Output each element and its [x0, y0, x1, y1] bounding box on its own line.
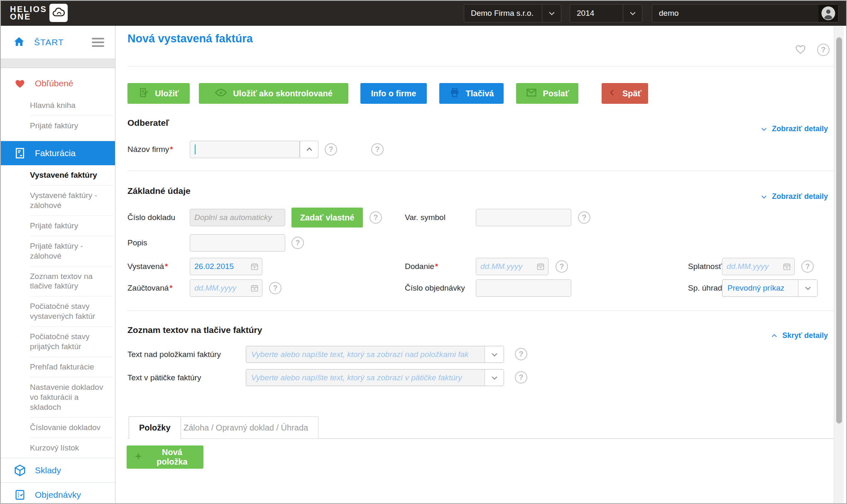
chevron-up-icon [305, 145, 313, 154]
due-date-input[interactable] [727, 262, 783, 271]
company-name-input[interactable] [190, 141, 300, 158]
sidebar-item-received-invoices[interactable]: Prijaté faktúry [30, 115, 113, 136]
user-avatar-icon[interactable] [818, 5, 838, 22]
texts-section-heading: Zoznam textov na tlačive faktúry [127, 325, 262, 335]
sidebar-item-invoice-print-texts[interactable]: Zoznam textov na tlačive faktúry [30, 266, 113, 296]
chevron-down-icon[interactable] [623, 5, 642, 22]
sidebar-item-initial-states-issued[interactable]: Počiatočné stavy vystavených faktúr [30, 296, 113, 326]
help-icon[interactable]: ? [515, 371, 527, 384]
sidebar-item-issued-invoices[interactable]: Vystavené faktúry [30, 165, 113, 185]
scrollbar-track[interactable] [834, 26, 844, 503]
favorite-heart-icon[interactable] [795, 43, 806, 56]
menu-icon[interactable] [92, 38, 104, 47]
sidebar-item-orders[interactable]: Objednávky [1, 483, 115, 503]
company-select[interactable]: Demo Firma s.r.o. [464, 4, 561, 22]
text-above-items-combo[interactable] [246, 346, 504, 363]
cloud-logo-icon [49, 4, 68, 22]
due-date-field[interactable] [722, 258, 795, 275]
print-forms-button[interactable]: Tlačivá [439, 83, 504, 104]
scrollbar-thumb[interactable] [836, 37, 842, 423]
sidebar-item-label: Fakturácia [35, 148, 76, 158]
sidebar-item-invoicing[interactable]: Fakturácia [1, 141, 115, 165]
text-above-items-input[interactable] [246, 346, 485, 362]
help-icon[interactable]: ? [801, 260, 814, 273]
calendar-icon[interactable] [250, 284, 259, 292]
save-as-checked-button[interactable]: Uložiť ako skontrolované [199, 83, 348, 104]
user-menu[interactable]: demo [652, 4, 839, 22]
company-name-expand-button[interactable] [300, 141, 318, 158]
tab-advance-correction-payment[interactable]: Záloha / Opravný doklad / Úhrada [173, 416, 318, 439]
help-icon[interactable]: ? [817, 44, 830, 56]
sidebar-item-received-invoices-advance[interactable]: Prijaté faktúry - zálohové [30, 236, 113, 266]
chevron-down-icon[interactable] [798, 280, 817, 296]
document-icon [13, 147, 27, 159]
delivery-date-input[interactable] [480, 262, 536, 271]
chevron-down-icon[interactable] [542, 5, 561, 22]
issued-label: Vystavená* [127, 258, 168, 275]
chevron-down-icon[interactable] [485, 369, 504, 386]
year-select-value: 2014 [570, 9, 623, 18]
doc-number-field [190, 209, 285, 226]
description-label: Popis [127, 234, 147, 252]
sidebar-item-document-settings[interactable]: Nastavenie dokladov vo fakturácii a skla… [30, 377, 113, 417]
sidebar-item-issued-invoices-advance[interactable]: Vystavené faktúry - zálohové [30, 185, 113, 215]
page-title: Nová vystavená faktúra [127, 32, 253, 45]
sidebar-item-favorites[interactable]: Obľúbené [1, 71, 115, 95]
tab-items[interactable]: Položky [129, 416, 181, 439]
new-item-button[interactable]: Nová položka [127, 445, 203, 469]
sidebar-item-label: Objednávky [35, 490, 81, 500]
posted-date-input[interactable] [194, 284, 250, 293]
main-content: Nová vystavená faktúra ? Uložiť Uložiť a… [115, 26, 846, 503]
calendar-icon[interactable] [250, 262, 259, 271]
delivery-date-field[interactable] [476, 258, 548, 275]
customer-show-details-link[interactable]: Zobraziť detaily [760, 125, 828, 133]
chevron-down-icon[interactable] [485, 346, 504, 362]
back-button[interactable]: Späť [602, 83, 648, 104]
help-icon[interactable]: ? [515, 348, 527, 360]
help-icon[interactable]: ? [578, 211, 590, 224]
help-icon[interactable]: ? [269, 282, 282, 294]
help-icon[interactable]: ? [556, 260, 568, 273]
send-button[interactable]: Poslať [516, 83, 578, 104]
text-footer-input[interactable] [246, 369, 485, 386]
order-number-input[interactable] [476, 279, 571, 297]
posted-date-field[interactable] [190, 279, 262, 297]
year-select[interactable]: 2014 [570, 4, 642, 22]
calendar-icon[interactable] [783, 262, 791, 271]
texts-hide-details-link[interactable]: Skryť detaily [771, 331, 828, 340]
enter-own-number-button[interactable]: Zadať vlastné [291, 208, 363, 228]
sidebar-item-invoicing-overview[interactable]: Prehľad fakturácie [30, 357, 113, 377]
divider [127, 171, 833, 171]
var-symbol-input[interactable] [476, 209, 571, 226]
sidebar-item-received-invoices[interactable]: Prijaté faktúry [30, 215, 113, 236]
posted-label: Zaúčtovaná* [127, 279, 173, 297]
issued-date-input[interactable] [194, 262, 250, 271]
text-footer-combo[interactable] [246, 369, 504, 386]
sidebar-item-start[interactable]: ŠTART [1, 26, 115, 59]
issued-date-field[interactable] [190, 258, 262, 275]
sidebar-item-stocks[interactable]: Sklady [1, 458, 115, 482]
payment-method-value: Prevodný príkaz [722, 280, 798, 296]
help-icon[interactable]: ? [370, 211, 382, 224]
mail-icon [526, 87, 537, 100]
help-icon[interactable]: ? [371, 143, 384, 156]
sidebar-item-document-numbering[interactable]: Číslovanie dokladov [30, 417, 113, 438]
sidebar-item-main-ledger[interactable]: Hlavná kniha [30, 95, 113, 115]
payment-method-label: Sp. úhrady [688, 279, 726, 297]
chevron-down-icon [760, 193, 768, 201]
help-icon[interactable]: ? [325, 143, 337, 156]
doc-number-input[interactable] [190, 209, 285, 226]
eye-icon [215, 86, 227, 101]
sidebar-item-exchange-rates[interactable]: Kurzový lístok [30, 438, 113, 458]
divider [127, 311, 833, 311]
save-button[interactable]: Uložiť [127, 83, 190, 104]
sidebar-item-initial-states-received[interactable]: Počiatočné stavy prijatých faktúr [30, 326, 113, 357]
payment-method-select[interactable]: Prevodný príkaz [722, 279, 818, 297]
description-input[interactable] [190, 234, 285, 252]
company-info-button[interactable]: Info o firme [360, 83, 427, 104]
app-logo[interactable]: HELIOS ONE [10, 4, 68, 22]
help-icon[interactable]: ? [291, 237, 304, 249]
calendar-icon[interactable] [536, 262, 545, 271]
text-cursor [195, 144, 196, 154]
basic-show-details-link[interactable]: Zobraziť detaily [760, 192, 828, 201]
